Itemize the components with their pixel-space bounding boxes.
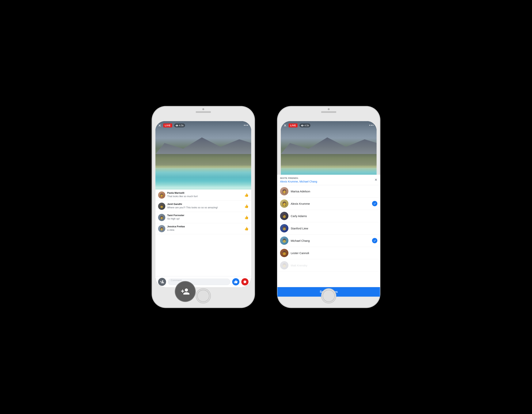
invite-overlay: INVITE FRIENDS: Alexis Krumme, Michael C…: [281, 175, 377, 287]
invite-close-button[interactable]: ✕: [374, 178, 377, 182]
comment-text-jenil: Where are you?! This looks so so so amaz…: [167, 206, 248, 209]
comment-text-tami: So high up!: [167, 217, 248, 220]
phone-top-1: [196, 106, 211, 113]
like-icon-jessica[interactable]: 👍: [244, 226, 248, 231]
invite-item-matt: 👨 Matt Krensky: [281, 259, 377, 272]
close-icon[interactable]: ✕: [158, 124, 161, 127]
land-strip-2: [281, 154, 377, 168]
live-badge-2: LIVE: [289, 123, 297, 127]
comment-jessica: 👩 Jessica Freitas a view. 👍: [155, 223, 251, 234]
screen-1: ✕ LIVE 4.5k ••• 👩 Paola Mariselli That l…: [155, 121, 251, 287]
invite-name-lester: Lester Cannoli: [291, 251, 377, 255]
comment-name-paola: Paola Mariselli: [167, 191, 248, 194]
view-count-1: 4.5k: [174, 123, 185, 127]
like-icon-paola[interactable]: 👍: [244, 193, 248, 197]
invite-item-alexis[interactable]: 👩 Alexis Krumme: [281, 198, 377, 210]
add-person-large-icon: [181, 287, 190, 296]
comment-name-jenil: Jenil Gandhi: [167, 203, 248, 206]
check-icon-alexis: [373, 202, 376, 205]
add-person-icon: [160, 280, 164, 284]
bottom-bar-1: Comment...: [155, 276, 251, 287]
invite-label: INVITE FRIENDS:: [281, 177, 377, 179]
avatar-alexis: 👩: [281, 199, 288, 208]
close-icon-2[interactable]: ✕: [284, 124, 287, 127]
invite-selected-names: Alexis Krumme, Michael Chang: [281, 180, 377, 183]
invite-name-matt: Matt Krensky: [291, 264, 377, 267]
live-badge-1: LIVE: [163, 123, 172, 127]
invite-header: INVITE FRIENDS: Alexis Krumme, Michael C…: [281, 175, 377, 185]
comment-paola: 👩 Paola Mariselli That looks like so muc…: [155, 189, 251, 201]
avatar-stanford: 👨: [281, 224, 288, 232]
avatar-carly: 👩: [281, 212, 288, 220]
camera-dot-2: [328, 108, 330, 110]
invite-name-alexis: Alexis Krumme: [291, 202, 370, 205]
invite-name-marisa: Marisa Adelson: [291, 190, 377, 193]
like-icon-tami[interactable]: 👍: [244, 215, 248, 219]
view-count-2: 4.5k: [299, 123, 311, 127]
invite-list: 👩 Marisa Adelson 👩 Alexis Krumme 👩: [281, 185, 377, 287]
invite-item-stanford[interactable]: 👨 Stanford Liew: [281, 222, 377, 235]
check-icon-michael: [373, 239, 376, 242]
add-friend-enlarged[interactable]: [175, 281, 196, 302]
more-dots-2[interactable]: •••: [369, 123, 374, 127]
comment-tami: 👩 Tami Forrester So high up! 👍: [155, 212, 251, 223]
send-invites-button[interactable]: Send Invites: [281, 287, 377, 287]
screen-2: ✕ LIVE 4.5k ••• INVITE FRIENDS: Alexis K…: [281, 121, 377, 287]
avatar-michael: 👨: [281, 236, 288, 245]
comment-text-jessica: a view.: [167, 228, 248, 232]
avatar-paola: 👩: [158, 191, 165, 199]
avatar-tami: 👩: [158, 214, 165, 221]
check-michael: [372, 238, 377, 243]
video-overlay-1: ✕ LIVE 4.5k •••: [155, 121, 251, 130]
comment-placeholder: Comment...: [171, 279, 183, 282]
comment-name-jessica: Jessica Freitas: [167, 225, 248, 228]
eye-icon-2: [301, 124, 304, 127]
invite-name-michael: Michael Chang: [291, 239, 370, 242]
invite-item-carly[interactable]: 👩 Carly Adams: [281, 210, 377, 222]
camera-dot-1: [202, 108, 204, 110]
video-area-1: ✕ LIVE 4.5k •••: [155, 121, 251, 189]
avatar-marisa: 👩: [281, 187, 288, 195]
eye-icon: [176, 124, 178, 127]
invite-name-stanford: Stanford Liew: [291, 227, 377, 230]
invite-name-carly: Carly Adams: [291, 214, 377, 218]
avatar-jenil: 👨: [158, 203, 165, 210]
phone-2: ✕ LIVE 4.5k ••• INVITE FRIENDS: Alexis K…: [277, 106, 380, 308]
check-alexis: [372, 201, 377, 206]
home-button-1[interactable]: [196, 288, 211, 303]
invite-item-marisa[interactable]: 👩 Marisa Adelson: [281, 185, 377, 198]
speaker-1: [196, 111, 211, 113]
add-friend-button[interactable]: [158, 278, 166, 286]
comment-input[interactable]: Comment...: [168, 279, 230, 285]
home-button-2[interactable]: [321, 288, 336, 303]
invite-item-michael[interactable]: 👨 Michael Chang: [281, 235, 377, 247]
phone-1: ✕ LIVE 4.5k ••• 👩 Paola Mariselli That l…: [152, 106, 255, 308]
comment-jenil: 👨 Jenil Gandhi Where are you?! This look…: [155, 201, 251, 212]
avatar-lester: 👨: [281, 249, 288, 257]
avatar-matt: 👨: [281, 261, 288, 270]
comment-name-tami: Tami Forrester: [167, 214, 248, 217]
thumbs-up-icon: [234, 280, 238, 284]
record-button[interactable]: [241, 278, 248, 285]
like-icon-jenil[interactable]: 👍: [244, 204, 248, 208]
more-dots-1[interactable]: •••: [244, 123, 248, 127]
comments-area-1: 👩 Paola Mariselli That looks like so muc…: [155, 189, 251, 276]
land-strip-1: [155, 154, 251, 168]
video-overlay-2: ✕ LIVE 4.5k •••: [281, 121, 377, 130]
like-button[interactable]: [232, 278, 239, 285]
speaker-2: [321, 111, 336, 113]
avatar-jessica: 👩: [158, 225, 165, 232]
phone-top-2: [321, 106, 336, 113]
comment-text-paola: That looks like so much fun!: [167, 195, 248, 198]
invite-item-lester[interactable]: 👨 Lester Cannoli: [281, 247, 377, 259]
